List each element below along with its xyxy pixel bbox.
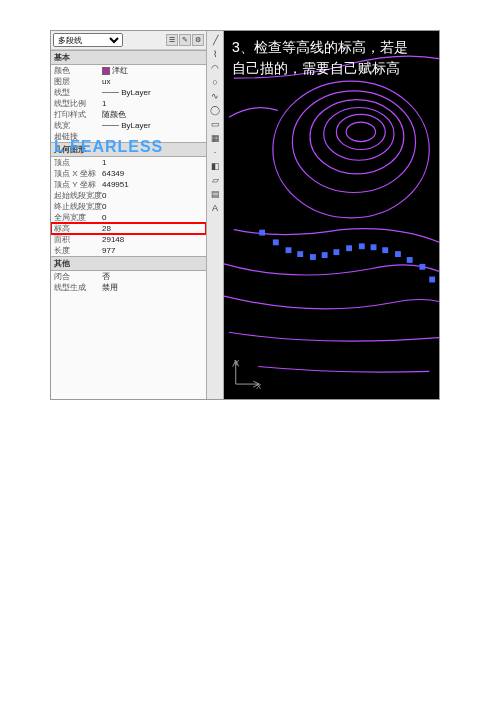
property-row[interactable]: 线型比例1 [51, 98, 206, 109]
tool-ellipse-icon[interactable]: ◯ [208, 103, 222, 116]
property-value[interactable]: ux [102, 76, 203, 87]
property-label: 线型生成 [54, 282, 102, 293]
property-row[interactable]: 标高28 [51, 223, 206, 234]
tool-line-icon[interactable]: ╱ [208, 33, 222, 46]
property-value[interactable]: 否 [102, 271, 203, 282]
property-label: 长度 [54, 245, 102, 256]
contour-drawing [224, 31, 439, 399]
svg-point-2 [324, 108, 394, 161]
property-row[interactable]: 长度977 [51, 245, 206, 256]
property-row[interactable]: 颜色洋红 [51, 65, 206, 76]
property-row[interactable]: 起始线段宽度0 [51, 190, 206, 201]
vertical-toolbar: ╱ ⌇ ◠ ○ ∿ ◯ ▭ ▦ ∙ ◧ ▱ ▤ A [206, 31, 224, 399]
drawing-viewport[interactable]: 3、检查等高线的标高，若是 自己描的，需要自己赋标高 Y X [224, 31, 439, 399]
svg-rect-17 [395, 251, 401, 257]
property-label: 顶点 X 坐标 [54, 168, 102, 179]
app-window: 多段线 ☰ ✎ ⚙ 基本 颜色洋红图层ux线型─── ByLayer线型比例1打… [50, 30, 440, 400]
property-value[interactable]: 随颜色 [102, 109, 203, 120]
property-label: 线宽 [54, 120, 102, 131]
svg-rect-7 [273, 239, 279, 245]
property-value[interactable]: 449951 [102, 179, 203, 190]
property-label: 终止线段宽度 [54, 201, 102, 212]
axis-x-label: X [256, 382, 261, 391]
svg-rect-13 [346, 245, 352, 251]
property-value[interactable]: 禁用 [102, 282, 203, 293]
pick-icon[interactable]: ✎ [179, 34, 191, 46]
tool-grad-icon[interactable]: ◧ [208, 159, 222, 172]
svg-rect-14 [359, 243, 365, 249]
property-label: 颜色 [54, 65, 102, 76]
property-label: 标高 [54, 223, 102, 234]
property-row[interactable]: 线型生成禁用 [51, 282, 206, 293]
tool-hatch-icon[interactable]: ▦ [208, 131, 222, 144]
property-value[interactable] [102, 131, 203, 142]
tool-point-icon[interactable]: ∙ [208, 145, 222, 158]
property-value[interactable]: 1 [102, 157, 203, 168]
property-label: 打印样式 [54, 109, 102, 120]
property-label: 全局宽度 [54, 212, 102, 223]
property-label: 起始线段宽度 [54, 190, 102, 201]
property-value[interactable]: 洋红 [102, 65, 203, 76]
property-value[interactable]: 977 [102, 245, 203, 256]
svg-rect-12 [333, 249, 339, 255]
svg-rect-15 [371, 244, 377, 250]
property-value[interactable]: 64349 [102, 168, 203, 179]
property-row[interactable]: 顶点1 [51, 157, 206, 168]
entity-select[interactable]: 多段线 [53, 33, 123, 47]
tool-rect-icon[interactable]: ▭ [208, 117, 222, 130]
tool-spline-icon[interactable]: ∿ [208, 89, 222, 102]
property-row[interactable]: 线型─── ByLayer [51, 87, 206, 98]
property-row[interactable]: 闭合否 [51, 271, 206, 282]
property-row[interactable]: 面积29148 [51, 234, 206, 245]
property-row[interactable]: 打印样式随颜色 [51, 109, 206, 120]
tool-pline-icon[interactable]: ⌇ [208, 47, 222, 60]
property-row[interactable]: 顶点 Y 坐标449951 [51, 179, 206, 190]
svg-rect-11 [322, 252, 328, 258]
svg-point-1 [336, 114, 385, 149]
section-basic[interactable]: 基本 [51, 50, 206, 65]
svg-point-0 [346, 122, 375, 142]
tool-text-icon[interactable]: A [208, 201, 222, 214]
panel-header: 多段线 ☰ ✎ ⚙ [51, 31, 206, 50]
svg-rect-16 [382, 247, 388, 253]
svg-point-5 [273, 81, 429, 218]
properties-panel: 多段线 ☰ ✎ ⚙ 基本 颜色洋红图层ux线型─── ByLayer线型比例1打… [51, 31, 206, 399]
property-value[interactable]: 0 [102, 201, 203, 212]
property-label: 线型 [54, 87, 102, 98]
property-row[interactable]: 线宽─── ByLayer [51, 120, 206, 131]
property-value[interactable]: 28 [102, 223, 203, 234]
svg-rect-18 [407, 257, 413, 263]
property-label: 面积 [54, 234, 102, 245]
property-label: 超链接 [54, 131, 102, 142]
property-value[interactable]: ─── ByLayer [102, 120, 203, 131]
tool-region-icon[interactable]: ▱ [208, 173, 222, 186]
property-value[interactable]: 29148 [102, 234, 203, 245]
property-value[interactable]: 1 [102, 98, 203, 109]
property-row[interactable]: 顶点 X 坐标64349 [51, 168, 206, 179]
tool-arc-icon[interactable]: ◠ [208, 61, 222, 74]
property-label: 顶点 [54, 157, 102, 168]
svg-rect-6 [259, 230, 265, 236]
property-row[interactable]: 全局宽度0 [51, 212, 206, 223]
svg-rect-8 [286, 247, 292, 253]
property-value[interactable]: 0 [102, 212, 203, 223]
filter-icon[interactable]: ☰ [166, 34, 178, 46]
svg-rect-10 [310, 254, 316, 260]
svg-rect-20 [429, 277, 435, 283]
property-value[interactable]: ─── ByLayer [102, 87, 203, 98]
property-value[interactable]: 0 [102, 190, 203, 201]
tool-circle-icon[interactable]: ○ [208, 75, 222, 88]
axis-y-label: Y [234, 358, 239, 367]
property-label: 闭合 [54, 271, 102, 282]
property-label: 线型比例 [54, 98, 102, 109]
property-label: 图层 [54, 76, 102, 87]
color-swatch [102, 67, 110, 75]
section-misc[interactable]: 其他 [51, 256, 206, 271]
tool-table-icon[interactable]: ▤ [208, 187, 222, 200]
svg-rect-9 [297, 251, 303, 257]
property-row[interactable]: 图层ux [51, 76, 206, 87]
section-geom[interactable]: 几何图形 [51, 142, 206, 157]
property-row[interactable]: 终止线段宽度0 [51, 201, 206, 212]
gear-icon[interactable]: ⚙ [192, 34, 204, 46]
property-row[interactable]: 超链接 [51, 131, 206, 142]
